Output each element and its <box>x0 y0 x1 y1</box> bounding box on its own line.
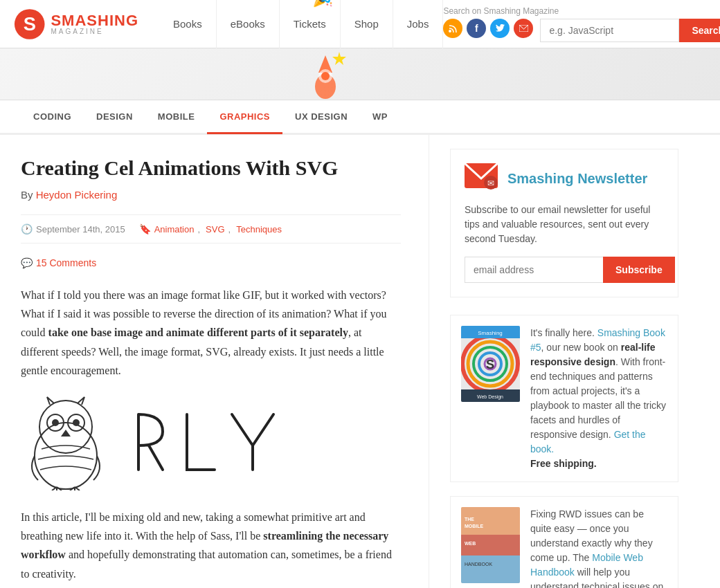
nav-shop[interactable]: Shop <box>341 0 393 48</box>
svg-marker-16 <box>61 430 71 437</box>
search-button[interactable]: Search <box>679 19 720 42</box>
author-link[interactable]: Heydon Pickering <box>36 189 118 201</box>
main-layout: Creating Cel Animations With SVG By Heyd… <box>0 135 720 588</box>
facebook-icon[interactable]: f <box>467 19 486 38</box>
cat-coding[interactable]: CODING <box>21 100 84 134</box>
newsletter-title: Smashing Newsletter <box>507 171 647 187</box>
sidebar: ✉ Smashing Newsletter Subscribe to our e… <box>429 135 692 588</box>
search-bar-row: f Search <box>443 19 706 42</box>
svg-text:HANDBOOK: HANDBOOK <box>465 562 492 567</box>
top-search-area: Search on Smashing Magazine f Search <box>443 6 706 42</box>
book1-text-before: It's finally here. <box>530 327 597 338</box>
intro-bold: take one base image and animate differen… <box>48 327 348 338</box>
svg-point-8 <box>321 72 330 80</box>
article-title: Creating Cel Animations With SVG <box>21 156 401 181</box>
comments-link[interactable]: 15 Comments <box>21 257 401 268</box>
subscribe-button[interactable]: Subscribe <box>603 257 675 283</box>
svg-text:S: S <box>486 358 494 371</box>
social-icons: f <box>443 19 533 42</box>
tag-techniques[interactable]: Techniques <box>236 224 282 235</box>
comment-icon <box>21 257 33 268</box>
cat-ux-design[interactable]: UX DESIGN <box>282 100 360 134</box>
cat-graphics[interactable]: GRAPHICS <box>207 100 282 134</box>
nav-books[interactable]: Books <box>159 0 217 48</box>
tag-svg[interactable]: SVG <box>206 224 224 235</box>
nav-jobs[interactable]: Jobs <box>393 0 444 48</box>
svg-text:✉: ✉ <box>487 178 494 188</box>
book-promo-1: S Smashing Web Design It's finally here.… <box>450 315 678 482</box>
book2-text: Fixing RWD issues can be quite easy — on… <box>530 507 667 588</box>
banner-area <box>0 48 720 100</box>
logo-smashing: SMASHING <box>51 13 138 28</box>
newsletter-box: ✉ Smashing Newsletter Subscribe to our e… <box>450 149 678 297</box>
newsletter-title-row: ✉ Smashing Newsletter <box>465 163 664 194</box>
rss-icon[interactable] <box>443 19 462 38</box>
logo-text: SMASHING MAGAZINE <box>51 13 138 35</box>
svg-text:MOBILE: MOBILE <box>465 524 484 529</box>
search-area-label: Search on Smashing Magazine <box>443 6 706 16</box>
by-label: By <box>21 189 33 201</box>
rly-text-svg <box>125 401 305 484</box>
article-intro: What if I told you there was an image fo… <box>21 286 401 380</box>
svg-point-3 <box>449 30 451 33</box>
book1-text-after: , our new book on <box>541 342 621 353</box>
top-nav-links: Books eBooks Tickets 🎉 Shop Jobs <box>159 0 443 48</box>
newsletter-form: Subscribe <box>465 257 664 283</box>
svg-point-14 <box>52 419 59 426</box>
shep-character <box>298 48 353 100</box>
site-logo[interactable]: S SMASHING MAGAZINE <box>14 7 138 42</box>
tag-animation[interactable]: Animation <box>154 224 195 235</box>
bookmark-icon <box>139 223 151 235</box>
svg-text:WEB: WEB <box>465 541 476 546</box>
svg-point-15 <box>73 419 80 426</box>
top-navigation: S SMASHING MAGAZINE Books eBooks Tickets… <box>0 0 720 48</box>
body-text-2: and hopefully demonstrating that automat… <box>21 549 392 579</box>
shep-icon <box>298 48 353 100</box>
svg-text:🎉: 🎉 <box>312 0 334 8</box>
article-content: Creating Cel Animations With SVG By Heyd… <box>0 135 429 588</box>
svg-marker-9 <box>332 52 346 65</box>
logo-icon: S <box>14 7 45 42</box>
svg-text:S: S <box>24 13 36 35</box>
newsletter-description: Subscribe to our email newsletter for us… <box>465 203 664 246</box>
cat-nav-links: CODING DESIGN MOBILE GRAPHICS UX DESIGN … <box>21 100 400 134</box>
svg-text:THE: THE <box>465 517 474 522</box>
envelope-svg: ✉ <box>465 163 499 190</box>
meta-date: September 14th, 2015 <box>21 223 125 235</box>
comments-count-link[interactable]: 15 Comments <box>36 257 96 268</box>
article-meta: September 14th, 2015 Animation, SVG, Tec… <box>21 214 401 244</box>
article-date: September 14th, 2015 <box>36 224 125 235</box>
nav-ebooks[interactable]: eBooks <box>217 0 280 48</box>
svg-text:Smashing: Smashing <box>478 330 503 336</box>
book1-cover-svg: S Smashing Web Design <box>461 326 520 402</box>
svg-text:Web Design: Web Design <box>477 394 503 400</box>
logo-magazine: MAGAZINE <box>51 28 138 35</box>
book1-text2: . With front-end techniques and patterns… <box>530 356 666 440</box>
newsletter-envelope-icon: ✉ <box>465 163 499 194</box>
article-body: In this article, I'll be mixing old and … <box>21 508 401 583</box>
book1-text: It's finally here. Smashing Book #5, our… <box>530 326 667 471</box>
book2-cover-svg: THE MOBILE WEB HANDBOOK <box>461 507 520 583</box>
article-author-line: By Heydon Pickering <box>21 189 401 201</box>
owl-svg <box>21 394 111 490</box>
svg-rect-40 <box>461 555 520 583</box>
cat-design[interactable]: DESIGN <box>84 100 145 134</box>
book1-free-shipping: Free shipping. <box>530 458 597 469</box>
nav-tickets[interactable]: Tickets 🎉 <box>280 0 341 48</box>
twitter-icon[interactable] <box>490 19 510 38</box>
clock-icon <box>21 223 33 235</box>
party-icon: 🎉 <box>312 0 336 10</box>
meta-tags: Animation, SVG, Techniques <box>139 223 282 235</box>
cat-wp[interactable]: WP <box>360 100 400 134</box>
article-image <box>21 394 401 490</box>
email-icon[interactable] <box>514 19 533 38</box>
newsletter-email-input[interactable] <box>465 257 603 283</box>
search-input[interactable] <box>540 19 679 42</box>
book-promo-2: THE MOBILE WEB HANDBOOK Fixing RWD issue… <box>450 496 678 588</box>
category-navigation: CODING DESIGN MOBILE GRAPHICS UX DESIGN … <box>0 100 720 135</box>
cat-mobile[interactable]: MOBILE <box>145 100 208 134</box>
